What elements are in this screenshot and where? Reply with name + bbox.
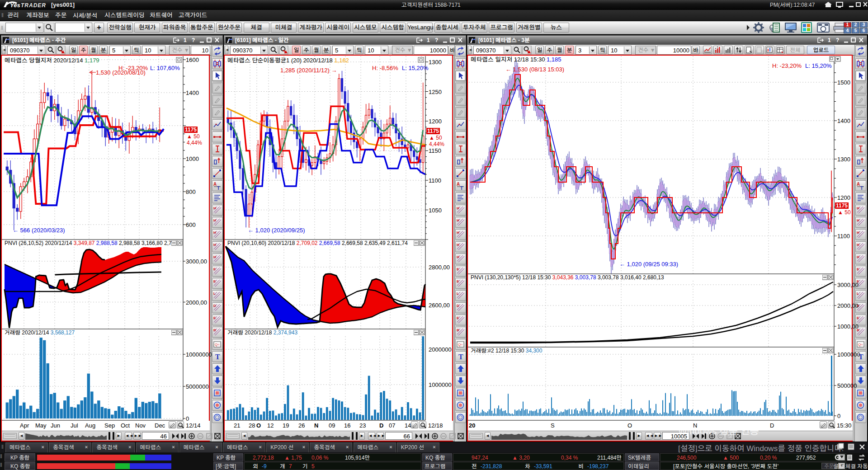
svg-text:L: L [213,291,216,296]
svg-text:H: H [213,230,216,235]
svg-text:R: R [457,328,459,332]
svg-text:H: H [457,243,459,247]
svg-text:D: D [213,304,216,308]
svg-text:E: E [857,267,859,271]
svg-text:Q=: Q= [215,343,220,347]
svg-text:L: L [457,291,459,296]
svg-text:E: E [457,316,459,320]
svg-text:T: T [460,186,463,191]
svg-text:H: H [457,230,459,235]
svg-text:T: T [860,186,863,191]
svg-text:L: L [857,291,859,296]
svg-text:E: E [457,279,459,283]
svg-text:T: T [215,353,220,361]
svg-text:A: A [857,182,860,187]
svg-text:E: E [857,316,859,320]
svg-text:Q=: Q= [458,343,463,347]
svg-text:H: H [457,255,459,259]
svg-text:H: H [213,218,216,222]
svg-text:A: A [457,182,460,187]
svg-text:H: H [213,243,216,247]
svg-text:E: E [457,267,459,271]
svg-text:A: A [213,182,217,187]
svg-text:T: T [217,186,220,191]
svg-text:H: H [213,206,216,210]
svg-text:Q=: Q= [858,343,863,347]
svg-text:H: H [857,206,859,210]
svg-text:H: H [457,218,459,222]
svg-text:H: H [457,206,459,210]
svg-text:D: D [457,304,459,308]
svg-text:H: H [857,218,859,222]
svg-text:H: H [857,230,859,235]
svg-text:E: E [213,279,216,283]
svg-text:H: H [857,255,859,259]
svg-text:E: E [213,316,216,320]
svg-text:E: E [213,267,216,271]
svg-text:H: H [857,243,859,247]
svg-text:R: R [213,328,216,332]
svg-text:H: H [213,255,216,259]
svg-text:T: T [458,353,463,361]
